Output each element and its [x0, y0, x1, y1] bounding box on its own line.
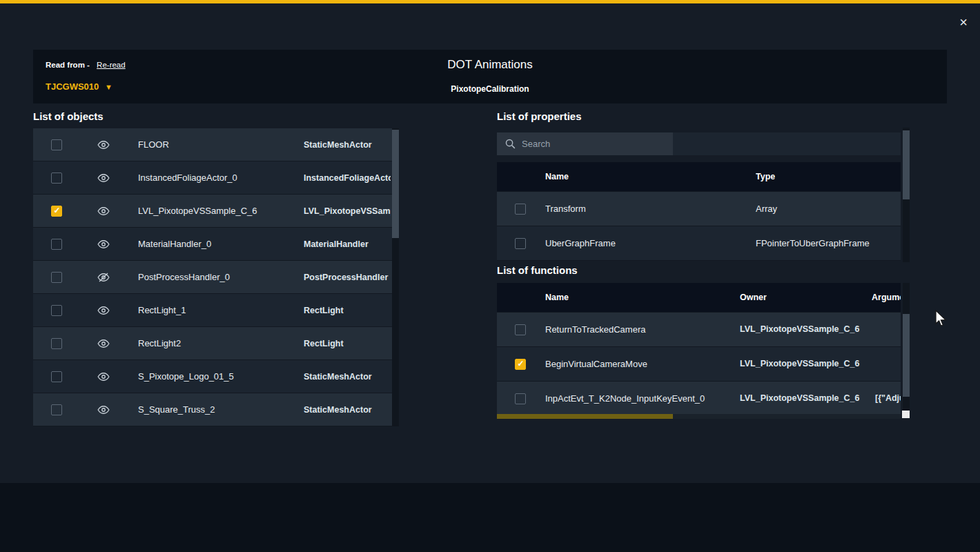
visibility-icon[interactable] — [97, 139, 110, 151]
function-owner: LVL_PixotopeVSSample_C_6 — [740, 393, 871, 403]
object-row[interactable]: FLOOR StaticMeshActor — [33, 128, 399, 161]
object-row[interactable]: InstancedFoliageActor_0 InstancedFoliage… — [33, 161, 399, 195]
column-header-arguments: Arguments — [872, 293, 901, 302]
visibility-icon[interactable] — [97, 371, 110, 383]
top-accent-bar — [0, 0, 980, 3]
function-name: ReturnToTrackedCamera — [545, 324, 735, 335]
property-row[interactable]: Transform Array — [497, 192, 901, 226]
object-name: MaterialHandler_0 — [138, 239, 297, 249]
dialog-subtitle: PixotopeCalibration — [33, 84, 947, 94]
object-type: StaticMeshActor — [304, 405, 391, 415]
scrollbar-thumb[interactable] — [392, 130, 399, 238]
search-icon — [504, 138, 516, 150]
scrollbar-thumb[interactable] — [903, 314, 910, 397]
functions-horizontal-scrollbar[interactable] — [497, 414, 901, 419]
properties-table-header: Name Type — [497, 162, 901, 192]
functions-panel: Name Owner Arguments ReturnToTrackedCame… — [497, 282, 911, 420]
objects-heading: List of objects — [33, 110, 104, 122]
dialog: × Read from - Re-read TJCGWS010 ▼ DOT An… — [0, 0, 980, 552]
object-name: PostProcessHandler_0 — [138, 272, 297, 282]
function-name: InpActEvt_T_K2Node_InputKeyEvent_0 — [545, 393, 735, 404]
close-icon[interactable]: × — [955, 14, 972, 30]
function-owner: LVL_PixotopeVSSample_C_6 — [740, 324, 871, 334]
properties-heading: List of properties — [497, 110, 582, 122]
row-checkbox[interactable] — [51, 272, 62, 283]
properties-vertical-scrollbar[interactable] — [903, 128, 910, 262]
object-name: FLOOR — [138, 139, 297, 150]
property-type: FPointerToUberGraphFrame — [756, 238, 897, 248]
column-header-name: Name — [545, 172, 569, 181]
row-checkbox[interactable] — [515, 204, 526, 215]
visibility-icon[interactable] — [97, 404, 110, 416]
object-type: StaticMeshActor — [304, 372, 391, 382]
object-name: S_Pixotope_Logo_01_5 — [138, 371, 297, 382]
property-name: Transform — [545, 204, 745, 214]
column-header-name: Name — [545, 293, 569, 302]
object-row[interactable]: LVL_PixotopeVSSample_C_6 LVL_PixotopeVSS… — [33, 195, 399, 228]
object-name: RectLight2 — [138, 338, 297, 348]
object-type: InstancedFoliageActor — [304, 173, 391, 183]
object-name: RectLight_1 — [138, 305, 297, 315]
property-name: UberGraphFrame — [545, 238, 745, 248]
object-row[interactable]: RectLight_1 RectLight — [33, 294, 399, 327]
row-checkbox[interactable] — [515, 238, 526, 249]
object-name: S_Square_Truss_2 — [138, 404, 297, 415]
object-type: RectLight — [304, 306, 391, 315]
property-type: Array — [756, 204, 897, 214]
dialog-title: DOT Animations — [33, 58, 947, 72]
row-checkbox[interactable] — [51, 338, 62, 349]
functions-vertical-scrollbar[interactable] — [903, 283, 910, 411]
row-checkbox[interactable] — [51, 404, 62, 415]
row-checkbox[interactable] — [51, 172, 62, 184]
row-checkbox[interactable] — [515, 393, 526, 404]
search-input[interactable] — [522, 132, 667, 155]
visibility-off-icon[interactable] — [97, 271, 110, 284]
object-type: LVL_PixotopeVSSample_C — [304, 206, 391, 216]
scrollbar-corner — [902, 411, 910, 418]
object-type: MaterialHandler — [304, 239, 391, 249]
object-row[interactable]: RectLight2 RectLight — [33, 327, 399, 360]
properties-toolbar-strip — [673, 132, 901, 155]
row-checkbox[interactable] — [51, 305, 62, 316]
functions-heading: List of functions — [497, 264, 578, 276]
row-checkbox[interactable] — [515, 359, 526, 370]
function-row[interactable]: ReturnToTrackedCamera LVL_PixotopeVSSamp… — [497, 313, 901, 347]
visibility-icon[interactable] — [97, 238, 110, 250]
object-row[interactable]: PostProcessHandler_0 PostProcessHandler — [33, 261, 399, 294]
object-row[interactable]: S_Square_Truss_2 StaticMeshActor — [33, 393, 399, 426]
functions-table-header: Name Owner Arguments — [497, 283, 901, 313]
function-row[interactable]: InpActEvt_T_K2Node_InputKeyEvent_0 LVL_P… — [497, 382, 901, 416]
function-row[interactable]: BeginVirtualCameraMove LVL_PixotopeVSSam… — [497, 347, 901, 382]
row-checkbox[interactable] — [515, 324, 526, 335]
row-checkbox[interactable] — [51, 139, 62, 150]
property-row[interactable]: UberGraphFrame FPointerToUberGraphFrame — [497, 226, 901, 261]
row-checkbox[interactable] — [51, 206, 62, 217]
object-type: PostProcessHandler — [304, 273, 391, 282]
object-row[interactable]: MaterialHandler_0 MaterialHandler — [33, 228, 399, 261]
visibility-icon[interactable] — [97, 172, 110, 184]
row-checkbox[interactable] — [51, 239, 62, 250]
search-box — [497, 132, 673, 155]
object-name: LVL_PixotopeVSSample_C_6 — [138, 206, 297, 216]
properties-panel: Name Type Transform Array UberGraphFrame… — [497, 128, 911, 262]
scrollbar-thumb[interactable] — [497, 414, 673, 419]
function-owner: LVL_PixotopeVSSample_C_6 — [740, 359, 871, 368]
object-name: InstancedFoliageActor_0 — [138, 172, 297, 183]
footer-bar: Cancel Select — [0, 483, 980, 552]
mouse-cursor-icon — [934, 310, 948, 331]
object-type: StaticMeshActor — [304, 140, 391, 150]
dialog-header: Read from - Re-read TJCGWS010 ▼ DOT Anim… — [33, 50, 947, 103]
visibility-icon[interactable] — [97, 337, 110, 350]
object-row[interactable]: S_Pixotope_Logo_01_5 StaticMeshActor — [33, 360, 399, 393]
object-type: RectLight — [304, 339, 391, 348]
objects-vertical-scrollbar[interactable] — [392, 128, 399, 426]
column-header-type: Type — [756, 172, 775, 181]
objects-panel: FLOOR StaticMeshActor InstancedFoliageAc… — [33, 128, 399, 426]
function-arguments: [{"Adjus — [875, 393, 901, 403]
column-header-owner: Owner — [740, 293, 767, 302]
scrollbar-thumb[interactable] — [903, 130, 910, 199]
visibility-icon[interactable] — [97, 205, 110, 217]
visibility-icon[interactable] — [97, 304, 110, 317]
row-checkbox[interactable] — [51, 371, 62, 382]
function-name: BeginVirtualCameraMove — [545, 359, 735, 369]
